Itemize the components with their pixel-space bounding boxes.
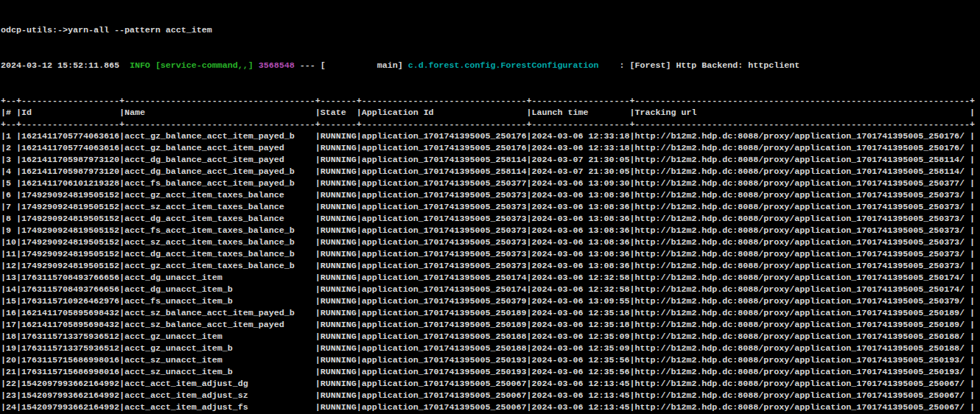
cell-index: 9 [6,225,16,236]
tracking-url-link[interactable]: http://b12m2.hdp.dc:8088/proxy/applicati… [634,155,970,165]
cell-id: 1763115708493766656 [21,284,119,295]
cell-launch-time: 2024-03-07 21:30:05 [532,155,630,165]
tracking-url-link[interactable]: http://b12m2.hdp.dc:8088/proxy/applicati… [634,296,970,306]
tracking-url-link[interactable]: http://b12m2.hdp.dc:8088/proxy/applicati… [634,284,970,295]
tracking-url-link[interactable]: http://b12m2.hdp.dc:8088/proxy/applicati… [634,331,970,342]
cell-application-id: application_1701741395005_250067 [362,379,527,389]
cell-state: RUNNING [321,343,357,354]
table-row: |16|1621411705895698432|acct_sz_balance_… [1,307,980,319]
cell-launch-time: 2024-03-06 13:08:36 [532,249,630,259]
cell-state: RUNNING [321,237,357,248]
cell-name: acct_gz_balance_acct_item_payed [125,143,315,153]
cell-name: acct_acct_item_adjust_sz [125,390,315,401]
cell-id: 1542097993662164992 [21,402,119,413]
cell-application-id: application_1701741395005_250193 [362,367,527,377]
tracking-url-link[interactable]: http://b12m2.hdp.dc:8088/proxy/applicati… [634,237,970,248]
cell-launch-time: 2024-03-06 12:33:18 [532,143,630,153]
tracking-url-link[interactable]: http://b12m2.hdp.dc:8088/proxy/applicati… [634,225,970,236]
cell-index: 19 [6,343,16,354]
cell-application-id: application_1701741395005_250373 [362,225,527,236]
table-row: |14|1763115708493766656|acct_dg_unacct_i… [1,284,980,295]
tracking-url-link[interactable]: http://b12m2.hdp.dc:8088/proxy/applicati… [634,190,970,200]
tracking-url-link[interactable]: http://b12m2.hdp.dc:8088/proxy/applicati… [634,320,970,330]
cell-index: 21 [6,367,16,377]
table-row: |12|1749290924819505152|acct_gz_acct_ite… [1,260,980,272]
table-row: |11|1749290924819505152|acct_dg_acct_ite… [1,248,980,260]
cell-application-id: application_1701741395005_250377 [362,178,527,189]
table-row: |22|1542097993662164992|acct_acct_item_a… [1,378,980,390]
cell-state: RUNNING [321,155,357,165]
cell-name: acct_dg_unacct_item [125,273,315,283]
tracking-url-link[interactable]: http://b12m2.hdp.dc:8088/proxy/applicati… [634,273,970,283]
cell-name: acct_gz_unacct_item [125,331,315,342]
tracking-url-link[interactable]: http://b12m2.hdp.dc:8088/proxy/applicati… [634,308,970,318]
cell-id: 1621411705987973120 [21,166,119,177]
cell-id: 1763115713375936512 [21,343,119,354]
tracking-url-link[interactable]: http://b12m2.hdp.dc:8088/proxy/applicati… [634,143,970,153]
cell-index: 16 [6,308,16,318]
tracking-url-link[interactable]: http://b12m2.hdp.dc:8088/proxy/applicati… [634,390,970,401]
tracking-url-link[interactable]: http://b12m2.hdp.dc:8088/proxy/applicati… [634,343,970,354]
cell-index: 13 [6,273,16,283]
log-level: INFO [125,60,155,71]
tracking-url-link[interactable]: http://b12m2.hdp.dc:8088/proxy/applicati… [634,214,970,224]
cell-id: 1763115708493766656 [21,273,119,283]
tracking-url-link[interactable]: http://b12m2.hdp.dc:8088/proxy/applicati… [634,379,970,389]
table-row: |13|1763115708493766656|acct_dg_unacct_i… [1,272,980,284]
tracking-url-link[interactable]: http://b12m2.hdp.dc:8088/proxy/applicati… [634,355,970,365]
table-row: |15|1763115710926462976|acct_fs_unacct_i… [1,295,980,307]
terminal-window[interactable]: odcp-utils:->yarn-all --pattern acct_ite… [0,0,980,414]
cell-index: 8 [6,214,16,224]
cell-id: 1763115710926462976 [21,296,119,306]
cell-name: acct_sz_balance_acct_item_payed_b [125,308,315,318]
cell-state: RUNNING [321,143,357,153]
cell-state: RUNNING [321,131,357,141]
cell-name: acct_fs_unacct_item_b [125,296,315,306]
cell-index: 7 [6,202,16,212]
table-row: |10|1749290924819505152|acct_sz_acct_ite… [1,236,980,248]
tracking-url-link[interactable]: http://b12m2.hdp.dc:8088/proxy/applicati… [634,261,970,271]
cell-id: 1621411706101219328 [21,178,119,189]
cell-index: 1 [6,131,16,141]
cell-application-id: application_1701741395005_250189 [362,320,527,330]
table-border: +--+-------------------+----------------… [1,119,980,130]
cell-launch-time: 2024-03-06 12:35:09 [532,331,630,342]
cell-application-id: application_1701741395005_250188 [362,343,527,354]
tracking-url-link[interactable]: http://b12m2.hdp.dc:8088/proxy/applicati… [634,166,970,177]
cell-state: RUNNING [321,166,357,177]
cell-state: RUNNING [321,225,357,236]
tracking-url-link[interactable]: http://b12m2.hdp.dc:8088/proxy/applicati… [634,249,970,259]
cell-launch-time: 2024-03-06 13:09:55 [532,296,630,306]
cell-id: 1749290924819505152 [21,249,119,259]
cell-launch-time: 2024-03-06 12:13:45 [532,402,630,413]
cell-application-id: application_1701741395005_250176 [362,131,527,141]
cell-index: 3 [6,155,16,165]
table-row: |3 |1621411705987973120|acct_dg_balance_… [1,154,980,166]
cell-launch-time: 2024-03-06 12:13:45 [532,390,630,401]
cell-application-id: application_1701741395005_250373 [362,214,527,224]
log-message: : [Forest] Http Backend: httpclient [598,60,799,71]
table-row: |4 |1621411705987973120|acct_dg_balance_… [1,166,980,178]
header-cell-tracking-url: Tracking url [634,108,970,118]
cell-id: 1763115715686998016 [21,367,119,377]
tracking-url-link[interactable]: http://b12m2.hdp.dc:8088/proxy/applicati… [634,178,970,189]
log-context: [service-command,,] [155,60,253,71]
cell-name: acct_dg_balance_acct_item_payed_b [125,166,315,177]
cell-application-id: application_1701741395005_250174 [362,273,527,283]
cell-name: acct_sz_acct_item_taxes_balance [125,202,315,212]
command-text: odcp-utils:->yarn-all --pattern acct_ite… [1,25,212,35]
tracking-url-link[interactable]: http://b12m2.hdp.dc:8088/proxy/applicati… [634,367,970,377]
cell-name: acct_gz_unacct_item_b [125,343,315,354]
tracking-url-link[interactable]: http://b12m2.hdp.dc:8088/proxy/applicati… [634,402,970,413]
table-row: |9 |1749290924819505152|acct_fs_acct_ite… [1,225,980,236]
cell-id: 1621411705774063616 [21,143,119,153]
tracking-url-link[interactable]: http://b12m2.hdp.dc:8088/proxy/applicati… [634,131,970,141]
tracking-url-link[interactable]: http://b12m2.hdp.dc:8088/proxy/applicati… [634,202,970,212]
cell-launch-time: 2024-03-06 13:08:36 [532,225,630,236]
table-row: |24|1542097993662164992|acct_acct_item_a… [1,401,980,413]
cell-launch-time: 2024-03-06 13:09:30 [532,178,630,189]
cell-name: acct_dg_unacct_item_b [125,284,315,295]
cell-launch-time: 2024-03-06 12:32:58 [532,284,630,295]
cell-id: 1749290924819505152 [21,190,119,200]
cell-index: 11 [6,249,16,259]
